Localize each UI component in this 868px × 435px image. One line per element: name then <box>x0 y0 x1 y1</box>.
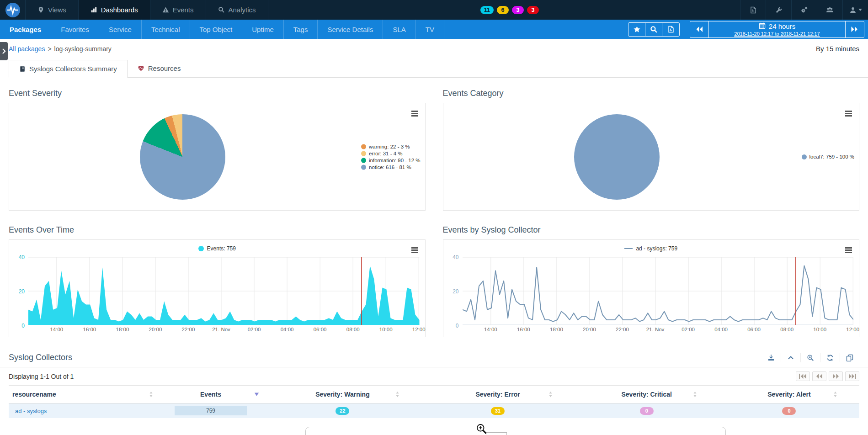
resource-link[interactable]: ad - syslogs <box>12 408 47 414</box>
refresh-button[interactable] <box>820 353 840 362</box>
dashboard-tab-service-details[interactable]: Service Details <box>318 20 383 39</box>
breadcrumb-root-link[interactable]: All packages <box>9 45 45 53</box>
page-tab-resources[interactable]: Resources <box>128 59 191 77</box>
pdf-export-button[interactable] <box>740 0 766 20</box>
sort-both-icon[interactable] <box>693 391 697 398</box>
severity-pill-0[interactable]: 22 <box>335 407 349 415</box>
page-last-button[interactable] <box>845 371 859 381</box>
legend-item-warning[interactable]: warning: 22 - 3 % <box>361 144 421 149</box>
dashboard-tab-sla[interactable]: SLA <box>383 20 415 39</box>
pdf-export-button[interactable] <box>662 23 679 36</box>
status-badge-1[interactable]: 6 <box>497 6 509 14</box>
column-header-label: Severity: Alert <box>767 391 810 398</box>
zoom-in-icon <box>807 354 814 361</box>
time-range-dates[interactable]: 2018-11-20 12:17 to 2018-11-21 12:17 <box>734 31 820 37</box>
star-button[interactable] <box>628 23 645 36</box>
legend-item-information[interactable]: information: 90 - 12 % <box>361 158 421 163</box>
events-category-pie[interactable] <box>574 114 660 200</box>
legend-marker <box>361 164 366 170</box>
wrench-button[interactable] <box>766 0 791 20</box>
copy-icon <box>846 354 853 361</box>
time-shift-back-button[interactable] <box>690 21 708 37</box>
dashboard-tab-uptime[interactable]: Uptime <box>242 20 284 39</box>
breadcrumb-separator: > <box>48 45 51 53</box>
nav-item-dashboards[interactable]: Dashboards <box>79 0 150 20</box>
page-tab-syslogs-collectors-summary[interactable]: Syslogs Collectors Summary <box>9 60 128 78</box>
legend-item-local7[interactable]: local7: 759 - 100 % <box>802 154 854 159</box>
double-right-icon <box>851 26 859 32</box>
account-button[interactable] <box>842 0 868 20</box>
pdf-export-icon <box>667 26 675 33</box>
zoom-in-button[interactable] <box>800 353 820 362</box>
status-badge-2[interactable]: 3 <box>512 6 524 14</box>
x-axis-label: 06:00 <box>314 327 327 332</box>
dashboard-tab-technical[interactable]: Technical <box>142 20 190 39</box>
column-header-severity-critical[interactable]: Severity: Critical <box>575 386 719 403</box>
legend-label: notice: 616 - 81 % <box>369 164 411 170</box>
chart-context-menu-icon[interactable] <box>845 247 852 254</box>
sort-desc-icon[interactable] <box>254 393 259 397</box>
gears-button[interactable] <box>791 0 817 20</box>
refresh-icon <box>826 354 834 361</box>
nav-item-views[interactable]: Views <box>26 0 79 20</box>
legend-marker <box>624 248 633 249</box>
page-next-button[interactable] <box>829 371 843 381</box>
legend-item-error[interactable]: error: 31 - 4 % <box>361 151 421 156</box>
sort-both-icon[interactable] <box>395 391 399 398</box>
table-row: ad - syslogs759223100 <box>9 403 859 419</box>
dashboard-tab-top-object[interactable]: Top Object <box>190 20 243 39</box>
sort-both-icon[interactable] <box>548 391 553 398</box>
search-button[interactable] <box>645 23 662 36</box>
time-shift-forward-button[interactable] <box>846 21 864 37</box>
dashboard-tab-favorites[interactable]: Favorites <box>51 20 99 39</box>
table-toolbar <box>761 353 859 362</box>
download-button[interactable] <box>761 353 781 362</box>
severity-pill-2[interactable]: 0 <box>640 407 654 415</box>
x-axis-label: 22:00 <box>616 327 629 332</box>
severity-pill-1[interactable]: 31 <box>491 407 505 415</box>
dashboard-tab-tags[interactable]: Tags <box>284 20 318 39</box>
event-severity-pie[interactable] <box>140 114 225 200</box>
time-range-display[interactable]: 24 hours 2018-11-20 12:17 to 2018-11-21 … <box>708 21 846 37</box>
collapse-button[interactable] <box>781 353 800 362</box>
nav-item-label: Analytics <box>229 6 256 14</box>
column-header-events[interactable]: Events <box>158 386 264 403</box>
chart-context-menu-icon[interactable] <box>411 111 418 117</box>
column-header-severity-warning[interactable]: Severity: Warning <box>264 386 421 403</box>
chart-plot-area[interactable]: 40200 <box>28 257 420 325</box>
dashboard-tab-tv[interactable]: TV <box>416 20 444 39</box>
chart-context-menu-icon[interactable] <box>845 111 852 117</box>
column-header-severity-alert[interactable]: Severity: Alert <box>719 386 859 403</box>
severity-pill-3[interactable]: 0 <box>782 407 796 415</box>
column-header-resourcename[interactable]: resourcename <box>9 386 158 403</box>
search-icon <box>650 26 658 33</box>
page-prev-button[interactable] <box>812 371 826 381</box>
legend-marker <box>361 151 366 156</box>
chart-plot-area[interactable]: 40200 <box>463 257 854 325</box>
dashboard-tab-packages[interactable]: Packages <box>0 20 51 39</box>
status-badge-3[interactable]: 3 <box>527 6 539 14</box>
page-next-icon <box>831 373 840 379</box>
user-group-button[interactable] <box>817 0 842 20</box>
sort-both-icon[interactable] <box>149 391 153 398</box>
column-header-label: Severity: Critical <box>621 391 672 398</box>
nav-item-events[interactable]: Events <box>150 0 206 20</box>
pulse-logo-icon <box>5 2 21 18</box>
chart-legend[interactable]: Events: 759 <box>9 240 425 254</box>
dashboard-tab-service[interactable]: Service <box>99 20 142 39</box>
table-body: ad - syslogs759223100 <box>9 403 859 419</box>
column-header-severity-error[interactable]: Severity: Error <box>421 386 575 403</box>
sidebar-expand-handle[interactable] <box>0 42 8 60</box>
app-logo[interactable] <box>0 0 26 20</box>
chart-context-menu-icon[interactable] <box>411 247 418 254</box>
chart-legend[interactable]: ad - syslogs: 759 <box>443 240 859 254</box>
sort-both-icon[interactable] <box>833 391 837 398</box>
status-badge-0[interactable]: 11 <box>480 6 494 14</box>
legend-label: error: 31 - 4 % <box>369 151 403 156</box>
page-first-button[interactable] <box>796 371 810 381</box>
legend-marker <box>198 246 204 251</box>
nav-item-analytics[interactable]: Analytics <box>206 0 268 20</box>
granularity-label: By 15 minutes <box>816 45 859 53</box>
legend-item-notice[interactable]: notice: 616 - 81 % <box>361 164 421 170</box>
copy-button[interactable] <box>840 353 859 362</box>
